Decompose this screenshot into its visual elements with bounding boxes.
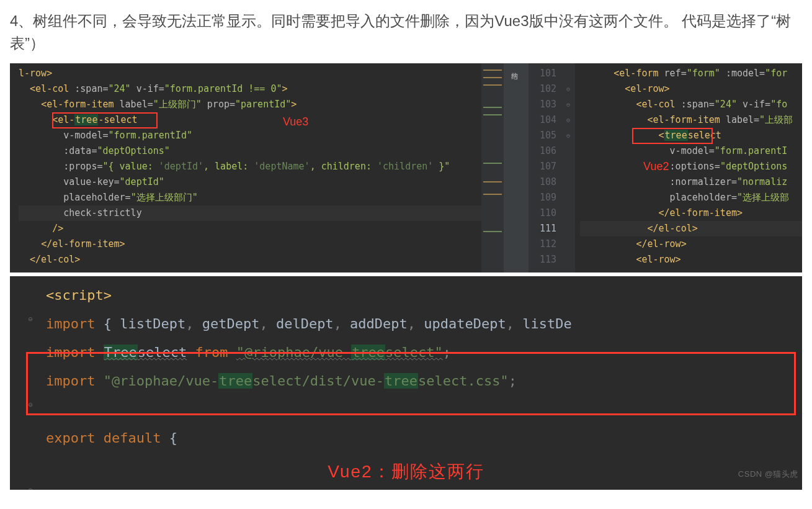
- line-number: 107: [540, 159, 556, 174]
- minimap[interactable]: [481, 63, 504, 273]
- section-heading: 4、树组件不同，会导致无法正常显示。同时需要把导入的文件删除，因为Vue3版中没…: [10, 10, 802, 55]
- line-number: 104: [540, 112, 556, 128]
- line-number-gutter: 101 102 103 104 105 106 107 108 109 110 …: [529, 63, 561, 273]
- code-comparison-row: l-row> <el-col :span="24" v-if="form.par…: [10, 63, 802, 273]
- watermark: CSDN @猫头虎: [738, 460, 798, 489]
- line-number: 110: [540, 205, 556, 221]
- line-number: 101: [540, 66, 556, 81]
- vue3-code-pane: l-row> <el-col :span="24" v-if="form.par…: [10, 63, 481, 273]
- line-number: 105: [540, 128, 556, 143]
- vue2-code: <el-form ref="form" :model="for <el-row>…: [575, 63, 802, 268]
- script-code: <script> import { listDept, getDept, del…: [10, 281, 802, 453]
- line-number-current: 111: [540, 221, 556, 236]
- vue2-code-pane: 101 102 103 104 105 106 107 108 109 110 …: [529, 63, 802, 273]
- line-number: 102: [540, 81, 556, 97]
- script-code-pane: ⊖⊖⊖ <script> import { listDept, getDept,…: [10, 276, 802, 490]
- line-number: 109: [540, 190, 556, 205]
- line-number: 106: [540, 143, 556, 159]
- line-number: 112: [540, 236, 556, 252]
- vue3-label: Vue3: [283, 114, 308, 130]
- line-number: 108: [540, 174, 556, 190]
- line-number: 113: [540, 252, 556, 268]
- delete-lines-label: Vue2：删除这两行: [328, 457, 484, 486]
- fold-gutter-2[interactable]: ⊖⊖⊖: [21, 276, 40, 490]
- vue2-label: Vue2: [643, 159, 669, 174]
- fold-gutter[interactable]: ⊖⊖⊖⊖: [561, 63, 575, 273]
- vue3-code: l-row> <el-col :span="24" v-if="form.par…: [10, 66, 481, 268]
- tool-gutter: 结构: [504, 63, 529, 273]
- line-number: 103: [540, 97, 556, 112]
